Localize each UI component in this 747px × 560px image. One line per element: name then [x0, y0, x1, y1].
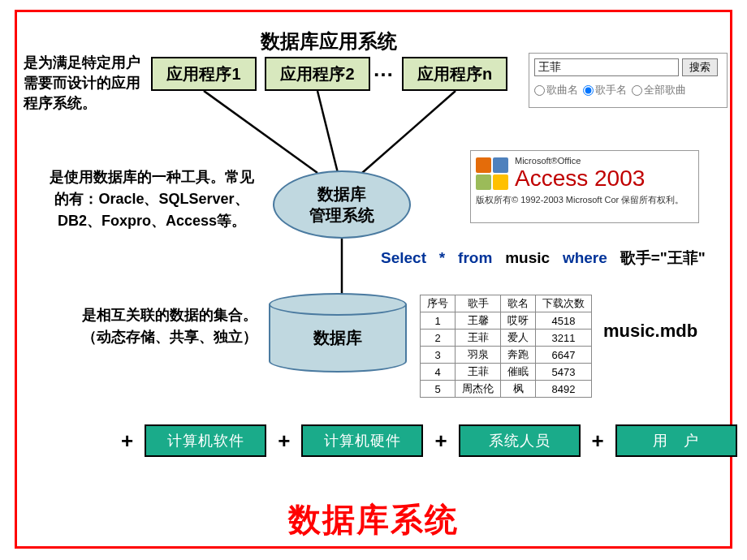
radio-all[interactable]: 全部歌曲	[632, 83, 686, 97]
access-name: Access 2003	[515, 166, 645, 192]
dbms-node: 数据库 管理系统	[273, 170, 411, 239]
radio-song[interactable]: 歌曲名	[534, 83, 578, 97]
component-software: 计算机软件	[145, 424, 266, 457]
svg-line-2	[362, 91, 456, 173]
ms-office-label: Microsoft®Office	[515, 156, 645, 166]
component-user: 用 户	[615, 424, 737, 457]
dbms-description: 是使用数据库的一种工具。常见的有：Oracle、SQLServer、DB2、Fo…	[46, 166, 257, 232]
app-box-1: 应用程序1	[151, 57, 257, 91]
access-logo-panel: Microsoft®Office Access 2003 版权所有© 1992-…	[470, 150, 699, 223]
plus-2: +	[278, 429, 290, 454]
components-row: + 计算机软件 + 计算机硬件 + 系统人员 + 用 户	[121, 424, 737, 457]
table-row: 4王菲催眠5473	[421, 364, 592, 381]
database-label: 数据库	[269, 327, 407, 349]
diagram-frame: 数据库应用系统 是为满足特定用户需要而设计的应用程序系统。 应用程序1 应用程序…	[15, 10, 732, 549]
app-ellipsis: …	[373, 57, 394, 82]
office-icon	[476, 157, 508, 190]
access-copyright: 版权所有© 1992-2003 Microsoft Cor 保留所有权利。	[476, 195, 693, 205]
app-system-title: 数据库应用系统	[261, 28, 397, 54]
radio-singer[interactable]: 歌手名	[583, 83, 627, 97]
database-node: 数据库	[269, 293, 407, 373]
plus-4: +	[592, 429, 604, 454]
sql-statement: Select * from music where 歌手="王菲"	[381, 248, 706, 269]
table-row: 5周杰伦枫8492	[421, 381, 592, 398]
app-box-2: 应用程序2	[265, 57, 370, 91]
table-row: 2王菲爱人3211	[421, 330, 592, 347]
component-staff: 系统人员	[459, 424, 581, 457]
search-input[interactable]	[534, 58, 679, 76]
app-box-n: 应用程序n	[402, 57, 507, 91]
dbms-label-2: 管理系统	[309, 205, 374, 226]
db-system-title: 数据库系统	[17, 498, 730, 542]
component-hardware: 计算机硬件	[301, 424, 423, 457]
app-system-description: 是为满足特定用户需要而设计的应用程序系统。	[24, 53, 153, 114]
svg-line-0	[204, 91, 317, 173]
mdb-filename: music.mdb	[603, 321, 697, 342]
search-panel: 搜索 歌曲名 歌手名 全部歌曲	[529, 53, 728, 108]
svg-line-1	[317, 91, 338, 173]
search-button[interactable]: 搜索	[682, 58, 718, 76]
plus-3: +	[434, 429, 447, 454]
music-table: 序号 歌手 歌名 下载次数 1王馨哎呀45182王菲爱人32113羽泉奔跑664…	[420, 295, 592, 398]
table-row: 1王馨哎呀4518	[421, 312, 592, 330]
table-row: 3羽泉奔跑6647	[421, 347, 592, 364]
dbms-label-1: 数据库	[317, 183, 366, 205]
plus-1: +	[121, 429, 133, 454]
database-description: 是相互关联的数据的集合。（动态存储、共享、独立）	[82, 304, 261, 348]
